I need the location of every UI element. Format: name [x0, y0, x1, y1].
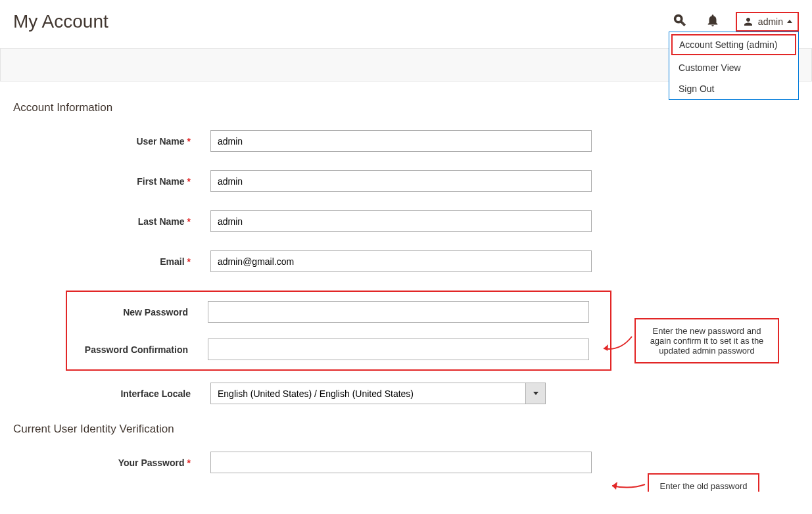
dropdown-item-sign-out[interactable]: Sign Out	[669, 78, 798, 99]
label-new-password: New Password	[67, 307, 208, 317]
select-caret-button[interactable]	[526, 383, 546, 404]
required-marker: *	[187, 176, 191, 187]
password-highlight-box: New Password Password Confirmation	[66, 291, 611, 371]
annotation-old-password: Enter the old password	[648, 473, 759, 492]
notifications-button[interactable]	[703, 11, 723, 32]
caret-up-icon	[787, 20, 792, 23]
annotation-new-password: Enter the new password and again confirm…	[634, 318, 779, 363]
search-icon	[673, 13, 687, 28]
firstname-input[interactable]	[210, 170, 592, 192]
required-marker: *	[187, 457, 191, 468]
locale-select[interactable]: English (United States) / English (Unite…	[210, 383, 526, 404]
required-marker: *	[187, 216, 191, 227]
search-button[interactable]	[670, 11, 690, 32]
bell-icon	[705, 13, 720, 28]
arrow-icon	[600, 335, 633, 355]
label-locale: Interface Locale	[13, 388, 210, 399]
required-marker: *	[187, 136, 191, 147]
section-title-account-info: Account Information	[13, 101, 799, 114]
label-lastname: Last Name*	[13, 216, 210, 227]
label-password-confirmation: Password Confirmation	[67, 344, 208, 355]
label-email: Email*	[13, 256, 210, 267]
dropdown-item-customer-view[interactable]: Customer View	[669, 57, 798, 78]
your-password-input[interactable]	[210, 452, 592, 473]
password-confirmation-input[interactable]	[208, 339, 589, 360]
arrow-icon	[607, 478, 646, 491]
lastname-input[interactable]	[210, 210, 592, 232]
label-your-password: Your Password*	[13, 457, 210, 468]
dropdown-item-account-setting[interactable]: Account Setting (admin)	[671, 34, 796, 55]
section-title-verification: Current User Identity Verification	[13, 423, 799, 436]
page-title: My Account	[13, 11, 670, 32]
new-password-input[interactable]	[208, 301, 589, 323]
label-firstname: First Name*	[13, 176, 210, 187]
email-input[interactable]	[210, 250, 592, 272]
username-input[interactable]	[210, 130, 592, 152]
user-menu-toggle[interactable]: admin	[736, 12, 799, 32]
label-username: User Name*	[13, 136, 210, 147]
required-marker: *	[187, 256, 191, 267]
user-dropdown: Account Setting (admin) Customer View Si…	[669, 32, 799, 100]
caret-down-icon	[533, 392, 538, 395]
user-icon	[742, 16, 754, 28]
user-name-label: admin	[758, 16, 783, 27]
